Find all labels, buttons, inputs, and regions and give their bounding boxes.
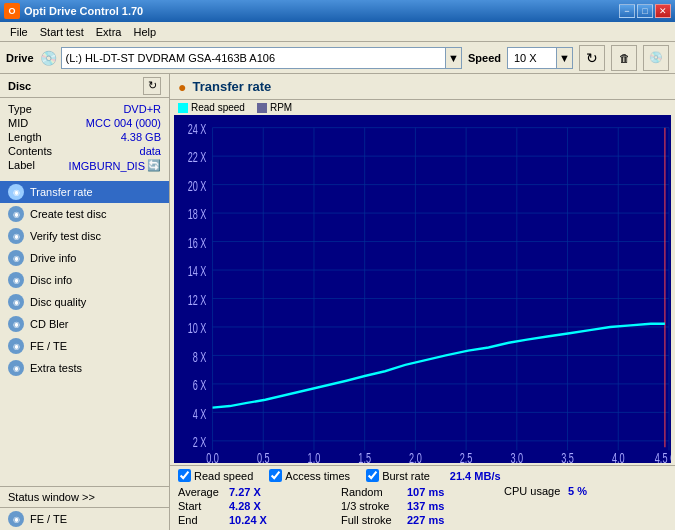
disc-label-row: Label IMGBURN_DIS 🔄 xyxy=(8,158,161,173)
fe-te-bottom-label: FE / TE xyxy=(30,513,67,525)
drive-label: Drive xyxy=(6,52,34,64)
burst-rate-checkbox-label[interactable]: Burst rate xyxy=(366,469,430,482)
left-panel: Disc ↻ Type DVD+R MID MCC 004 (000) Leng… xyxy=(0,74,170,530)
nav-verify-test-disc[interactable]: ◉ Verify test disc xyxy=(0,225,169,247)
svg-text:4.0: 4.0 xyxy=(612,450,625,463)
refresh-button[interactable]: ↻ xyxy=(579,45,605,71)
svg-text:22 X: 22 X xyxy=(188,149,207,166)
right-panel: ● Transfer rate Read speed RPM xyxy=(170,74,675,530)
svg-text:3.0: 3.0 xyxy=(510,450,523,463)
fe-te-bottom-item: ◉ FE / TE xyxy=(0,508,169,530)
access-times-checkbox-label[interactable]: Access times xyxy=(269,469,350,482)
drive-selector-group: 💿 (L:) HL-DT-ST DVDRAM GSA-4163B A106 ▼ xyxy=(40,47,462,69)
disc-mid-row: MID MCC 004 (000) xyxy=(8,116,161,130)
close-button[interactable]: ✕ xyxy=(655,4,671,18)
title-bar: O Opti Drive Control 1.70 − □ ✕ xyxy=(0,0,675,22)
nav-create-test-disc-label: Create test disc xyxy=(30,208,106,220)
nav-fe-te[interactable]: ◉ FE / TE xyxy=(0,335,169,357)
verify-test-disc-icon: ◉ xyxy=(8,228,24,244)
disc-length-value: 4.38 GB xyxy=(121,131,161,143)
menu-file[interactable]: File xyxy=(4,25,34,39)
fe-te-icon: ◉ xyxy=(8,338,24,354)
cpu-row: CPU usage 5 % xyxy=(504,485,667,497)
cpu-label: CPU usage xyxy=(504,485,564,497)
speed-select-arrow[interactable]: ▼ xyxy=(557,47,573,69)
drive-bar: Drive 💿 (L:) HL-DT-ST DVDRAM GSA-4163B A… xyxy=(0,42,675,74)
nav-create-test-disc[interactable]: ◉ Create test disc xyxy=(0,203,169,225)
nav-drive-info-label: Drive info xyxy=(30,252,76,264)
menu-help[interactable]: Help xyxy=(127,25,162,39)
legend-read-speed: Read speed xyxy=(178,102,245,113)
disc-refresh-button[interactable]: ↻ xyxy=(143,77,161,95)
svg-text:24 X: 24 X xyxy=(188,121,207,138)
nav-fe-te-label: FE / TE xyxy=(30,340,67,352)
end-label: End xyxy=(178,514,223,526)
fe-te-bottom-icon: ◉ xyxy=(8,511,24,527)
disc-button[interactable]: 💿 xyxy=(643,45,669,71)
speed-label: Speed xyxy=(468,52,501,64)
disc-type-value: DVD+R xyxy=(123,103,161,115)
disc-title: Disc xyxy=(8,80,31,92)
nav-cd-bler[interactable]: ◉ CD Bler xyxy=(0,313,169,335)
stroke13-row: 1/3 stroke 137 ms xyxy=(341,499,504,513)
svg-text:1.0: 1.0 xyxy=(308,450,321,463)
disc-type-row: Type DVD+R xyxy=(8,102,161,116)
drive-select[interactable]: (L:) HL-DT-ST DVDRAM GSA-4163B A106 xyxy=(61,47,446,69)
access-times-checkbox[interactable] xyxy=(269,469,282,482)
legend-read-speed-label: Read speed xyxy=(191,102,245,113)
disc-length-row: Length 4.38 GB xyxy=(8,130,161,144)
svg-text:6 X: 6 X xyxy=(193,377,207,394)
stats-col-2: Random 107 ms 1/3 stroke 137 ms Full str… xyxy=(341,485,504,527)
stroke13-label: 1/3 stroke xyxy=(341,500,401,512)
drive-select-arrow[interactable]: ▼ xyxy=(446,47,462,69)
erase-button[interactable]: 🗑 xyxy=(611,45,637,71)
nav-disc-quality[interactable]: ◉ Disc quality xyxy=(0,291,169,313)
nav-extra-tests[interactable]: ◉ Extra tests xyxy=(0,357,169,379)
maximize-button[interactable]: □ xyxy=(637,4,653,18)
average-row: Average 7.27 X xyxy=(178,485,341,499)
read-speed-checkbox-text: Read speed xyxy=(194,470,253,482)
random-label: Random xyxy=(341,486,401,498)
stats-col-1: Average 7.27 X Start 4.28 X End 10.24 X xyxy=(178,485,341,527)
legend-rpm-label: RPM xyxy=(270,102,292,113)
svg-text:2.0: 2.0 xyxy=(409,450,422,463)
legend-rpm: RPM xyxy=(257,102,292,113)
nav-disc-info-label: Disc info xyxy=(30,274,72,286)
main-content: Disc ↻ Type DVD+R MID MCC 004 (000) Leng… xyxy=(0,74,675,530)
disc-label-label: Label xyxy=(8,159,35,172)
extra-tests-icon: ◉ xyxy=(8,360,24,376)
fullstroke-row: Full stroke 227 ms xyxy=(341,513,504,527)
speed-select[interactable]: 10 X xyxy=(507,47,557,69)
random-row: Random 107 ms xyxy=(341,485,504,499)
status-window-button[interactable]: Status window >> xyxy=(0,487,169,508)
app-title: Opti Drive Control 1.70 xyxy=(24,5,143,17)
title-bar-left: O Opti Drive Control 1.70 xyxy=(4,3,143,19)
svg-text:10 X: 10 X xyxy=(188,320,207,337)
read-speed-checkbox-label[interactable]: Read speed xyxy=(178,469,253,482)
svg-text:18 X: 18 X xyxy=(188,206,207,223)
legend-rpm-color xyxy=(257,103,267,113)
minimize-button[interactable]: − xyxy=(619,4,635,18)
svg-text:14 X: 14 X xyxy=(188,263,207,280)
menu-start-test[interactable]: Start test xyxy=(34,25,90,39)
svg-text:3.5: 3.5 xyxy=(561,450,574,463)
start-label: Start xyxy=(178,500,223,512)
nav-disc-info[interactable]: ◉ Disc info xyxy=(0,269,169,291)
burst-rate-checkbox[interactable] xyxy=(366,469,379,482)
random-value: 107 ms xyxy=(407,486,444,498)
disc-info-panel: Type DVD+R MID MCC 004 (000) Length 4.38… xyxy=(0,98,169,177)
svg-text:4.5 GB: 4.5 GB xyxy=(655,450,671,463)
stats-col-3: CPU usage 5 % xyxy=(504,485,667,527)
menu-bar: File Start test Extra Help xyxy=(0,22,675,42)
end-row: End 10.24 X xyxy=(178,513,341,527)
nav-disc-quality-label: Disc quality xyxy=(30,296,86,308)
read-speed-checkbox[interactable] xyxy=(178,469,191,482)
menu-extra[interactable]: Extra xyxy=(90,25,128,39)
nav-drive-info[interactable]: ◉ Drive info xyxy=(0,247,169,269)
stroke13-value: 137 ms xyxy=(407,500,444,512)
nav-transfer-rate[interactable]: ◉ Transfer rate xyxy=(0,181,169,203)
disc-mid-value: MCC 004 (000) xyxy=(86,117,161,129)
svg-text:2 X: 2 X xyxy=(193,434,207,451)
stats-rows: Average 7.27 X Start 4.28 X End 10.24 X … xyxy=(178,485,667,527)
svg-text:12 X: 12 X xyxy=(188,292,207,309)
